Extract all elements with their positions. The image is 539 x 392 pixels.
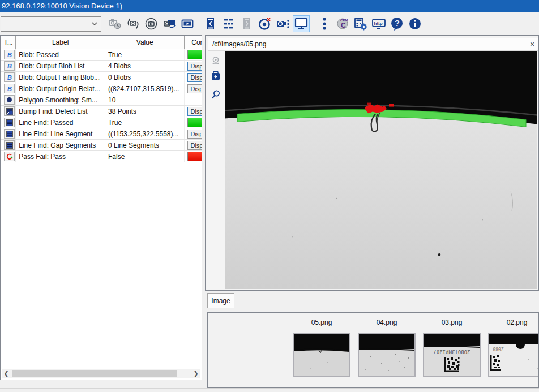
filmstrip-next-icon <box>241 17 253 31</box>
more-options-button[interactable] <box>316 15 333 32</box>
display-button[interactable]: Disp <box>187 62 202 71</box>
playback-button[interactable] <box>179 15 196 32</box>
info-button[interactable] <box>407 15 424 32</box>
acquire-loop-button[interactable] <box>125 15 142 32</box>
table-row[interactable]: Polygon Smoothing: Sm... 10 <box>1 94 203 106</box>
playback-icon <box>181 17 194 31</box>
results-panel: T... Label Value Con B Blob: Passed True… <box>0 35 202 380</box>
tab-image[interactable]: Image <box>207 293 234 308</box>
acquire-timed-icon <box>108 17 122 31</box>
filmstrip-next-button[interactable] <box>238 15 255 32</box>
acquire-live-button[interactable] <box>161 15 178 32</box>
pass-fail-tool-icon <box>4 152 15 161</box>
row-value: 0 Line Segments <box>105 140 185 151</box>
zoom-magnifier-icon <box>211 89 221 100</box>
line-find-tool-icon <box>4 140 15 150</box>
bottom-divider <box>0 388 539 389</box>
table-row[interactable]: Line Find: Passed True <box>1 117 203 128</box>
inspection-image[interactable] <box>225 51 537 289</box>
http-server-button[interactable]: http <box>370 15 387 32</box>
bump-find-tool-icon <box>4 106 15 116</box>
camera-options-button[interactable] <box>275 15 292 32</box>
col-label[interactable]: Label <box>16 36 105 49</box>
speck <box>438 253 441 256</box>
save-image-button[interactable] <box>209 70 222 82</box>
filmstrip-item[interactable]: 02.png 2080 <box>488 318 539 377</box>
scroll-right-arrow[interactable]: ❯ <box>191 370 200 377</box>
results-header-row: T... Label Value Con <box>1 36 203 49</box>
speck <box>482 219 483 221</box>
pass-color-swatch <box>187 50 202 59</box>
display-button[interactable]: Disp <box>187 141 202 150</box>
row-value: False <box>105 151 185 162</box>
cpm-button[interactable]: CPM C <box>334 15 351 32</box>
viewer-titlebar: /cf/Images/05.png × <box>208 38 538 51</box>
close-icon[interactable]: × <box>527 38 537 50</box>
table-row[interactable]: B Blob: Output Blob List 4 Blobs Disp <box>1 61 203 72</box>
display-button[interactable]: Disp <box>187 84 202 93</box>
live-camera-button[interactable] <box>209 55 222 67</box>
thumbnail-filename: 02.png <box>488 318 539 329</box>
display-button[interactable]: Disp <box>187 107 202 116</box>
blob-tool-icon: B <box>4 72 15 82</box>
more-options-icon <box>318 16 331 31</box>
blob-tool-icon: B <box>4 84 15 93</box>
fail-color-swatch <box>187 152 202 161</box>
viewer-tabrow: Image <box>205 292 539 309</box>
row-value: ((824.7107,315.8519)... <box>105 83 185 94</box>
row-label: Blob: Output Origin Relat... <box>16 83 105 94</box>
scroll-left-arrow[interactable]: ❮ <box>2 370 11 377</box>
filmstrip-prev-button[interactable] <box>202 15 219 32</box>
display-button[interactable]: Disp <box>187 130 202 139</box>
row-label: Blob: Output Failing Blob... <box>16 72 105 83</box>
row-label: Line Find: Line Segment <box>16 128 105 140</box>
svg-text:http: http <box>374 21 383 26</box>
speck <box>292 236 293 237</box>
thumbnail-image[interactable]: 2080 <box>488 333 539 377</box>
row-label: Polygon Smoothing: Sm... <box>16 94 105 106</box>
row-value: 38 Points <box>105 106 185 117</box>
chevron-down-icon <box>92 22 97 26</box>
thumbnail-image[interactable]: 2080T3MP1207 <box>423 333 481 377</box>
thumbnail-image[interactable] <box>293 333 350 377</box>
col-type[interactable]: T... <box>1 36 16 49</box>
window-titlebar: 92.168.0.129:10010 Vision Device 1) <box>0 0 539 12</box>
display-button[interactable]: Disp <box>187 73 202 82</box>
help-button[interactable]: ? <box>388 15 405 32</box>
image-viewer-panel: /cf/Images/05.png × <box>205 35 539 291</box>
program-select-combobox[interactable] <box>1 16 101 32</box>
zoom-button[interactable] <box>209 88 222 101</box>
blob-tool-icon: B <box>4 61 15 71</box>
viewer-toolbar-separator <box>210 85 221 85</box>
table-row[interactable]: B Blob: Output Failing Blob... 0 Blobs D… <box>1 72 203 83</box>
table-row[interactable]: Bump Find: Defect List 38 Points Disp <box>1 106 203 117</box>
acquire-single-button[interactable] <box>143 15 160 32</box>
acquire-timed-button[interactable] <box>106 15 123 32</box>
horizontal-scrollbar[interactable]: ❮ ❯ <box>2 369 200 378</box>
col-control[interactable]: Con <box>185 36 202 49</box>
acquire-live-icon <box>162 17 176 31</box>
display-monitor-button[interactable] <box>293 15 310 32</box>
http-server-icon: http <box>371 16 387 31</box>
scrollbar-thumb[interactable] <box>12 370 177 377</box>
filmstrip-item[interactable]: 04.png <box>358 318 416 377</box>
vision-app-window: 92.168.0.129:10010 Vision Device 1) <box>0 0 539 392</box>
playlist-icon <box>222 17 236 31</box>
speck <box>336 198 337 199</box>
table-row[interactable]: B Blob: Passed True <box>1 49 203 61</box>
table-row[interactable]: Line Find: Gap Segments 0 Line Segments … <box>1 140 203 151</box>
table-row[interactable]: Pass Fail: Pass False <box>1 151 203 162</box>
playlist-button[interactable] <box>220 15 237 32</box>
filmstrip-item[interactable]: 03.png 2080T3MP1207 <box>423 318 481 377</box>
defect-blob-overlay <box>389 104 394 107</box>
record-abort-button[interactable] <box>256 15 273 32</box>
row-value: ((1153.255,322.5558)... <box>105 128 185 140</box>
filmstrip-prev-icon <box>204 17 217 31</box>
calculator-tools-button[interactable] <box>352 15 369 32</box>
thumbnail-image[interactable] <box>358 333 416 377</box>
col-value[interactable]: Value <box>105 36 185 49</box>
filmstrip-item[interactable]: 05.png <box>293 318 350 377</box>
table-row[interactable]: B Blob: Output Origin Relat... ((824.710… <box>1 83 203 94</box>
window-title: 92.168.0.129:10010 Vision Device 1) <box>2 2 122 10</box>
table-row[interactable]: Line Find: Line Segment ((1153.255,322.5… <box>1 128 203 140</box>
